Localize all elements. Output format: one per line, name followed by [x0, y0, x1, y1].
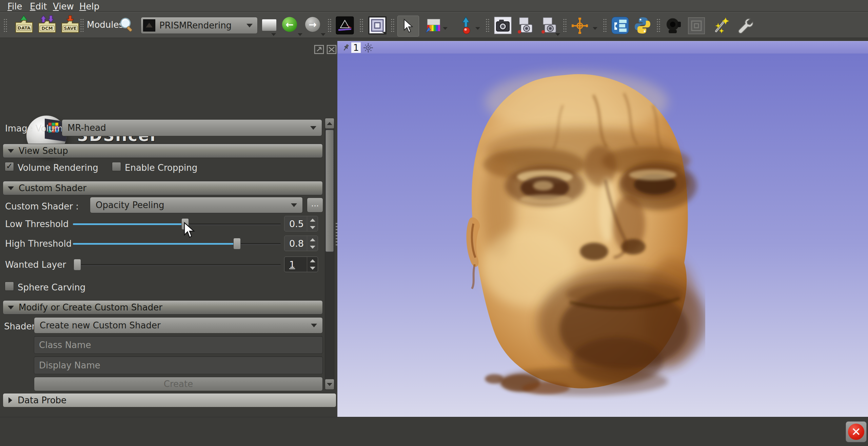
extensions-manager-button[interactable] [611, 16, 629, 35]
prism-module-button[interactable] [336, 16, 354, 35]
volume-rendering-colors-button[interactable] [425, 18, 441, 33]
low-threshold-spinbox[interactable]: 0.5 [284, 216, 318, 231]
low-threshold-slider[interactable] [73, 223, 281, 225]
toolbar-grip[interactable] [80, 18, 84, 33]
crosshair-icon [571, 17, 589, 35]
back-arrow-icon: ← [282, 17, 297, 32]
expand-triangle-icon [8, 397, 12, 403]
scrollbar-thumb[interactable] [326, 130, 334, 252]
panel-scrollbar[interactable] [325, 118, 334, 390]
toolbar-grip[interactable] [359, 18, 363, 33]
view-setup-header[interactable]: View Setup [3, 144, 323, 158]
wanted-layer-value[interactable]: 1 [284, 257, 307, 272]
slider-handle[interactable] [74, 259, 81, 270]
menu-view[interactable]: View [51, 1, 76, 12]
forward-dropdown-arrow[interactable] [321, 33, 326, 36]
shader-options-button[interactable]: ... [307, 198, 323, 212]
toolbar-grip[interactable] [656, 18, 660, 33]
scene-view-restore-button[interactable] [540, 16, 559, 35]
history-icon [262, 19, 277, 31]
panel-popout-icon[interactable] [314, 44, 325, 55]
python-console-button[interactable] [633, 16, 652, 35]
screenshot-icon [494, 16, 512, 35]
magic-wand-button[interactable] [711, 16, 730, 35]
volume-rendering-checkbox[interactable]: ✓ [5, 162, 14, 171]
markups-dropdown-arrow[interactable] [475, 27, 480, 30]
spin-down-button[interactable] [307, 224, 318, 231]
view-crosshair-icon[interactable] [363, 43, 373, 53]
panel-close-icon[interactable] [326, 44, 338, 55]
toolbar-grip[interactable] [3, 18, 7, 33]
forward-button[interactable]: → [305, 17, 320, 32]
back-dropdown-arrow[interactable] [298, 33, 302, 36]
load-data-icon: DATA [14, 15, 35, 36]
module-history-button[interactable] [262, 19, 277, 31]
create-button[interactable]: Create [34, 377, 323, 391]
class-name-input[interactable] [34, 336, 323, 354]
layout-selector-button[interactable] [368, 16, 387, 35]
image-volume-value: MR-head [67, 123, 310, 133]
scene-view-dropdown-arrow[interactable] [555, 33, 560, 36]
scene-view-button[interactable] [516, 16, 535, 35]
shader-selector[interactable]: Create new Custom Shader [34, 317, 323, 333]
spin-up-button[interactable] [307, 236, 318, 243]
custom-shader-header[interactable]: Custom Shader [3, 181, 323, 195]
scrollbar-up-arrow[interactable] [325, 118, 334, 128]
scrollbar-down-arrow[interactable] [325, 379, 334, 389]
menu-file[interactable]: File [5, 1, 24, 12]
view-label: 1 [351, 42, 361, 53]
sphere-carving-checkbox[interactable]: ✓ [5, 282, 14, 291]
enable-cropping-checkbox[interactable]: ✓ [112, 162, 121, 171]
toolbar-grip[interactable] [563, 18, 567, 33]
high-threshold-slider[interactable] [73, 243, 281, 245]
display-name-input[interactable] [34, 357, 323, 374]
modules-selected-value: PRISMRendering [159, 20, 246, 31]
high-threshold-spinbox[interactable]: 0.8 [284, 236, 318, 251]
low-threshold-value[interactable]: 0.5 [284, 216, 307, 231]
wanted-layer-slider[interactable] [75, 264, 281, 266]
slider-handle[interactable] [233, 238, 241, 249]
toolbar-grip[interactable] [328, 18, 332, 33]
colors-dropdown-arrow[interactable] [443, 27, 448, 30]
spin-down-button[interactable] [307, 243, 318, 251]
custom-shader-title: Custom Shader [19, 183, 86, 193]
settings-wrench-button[interactable] [735, 16, 753, 35]
load-data-button[interactable]: DATA [14, 15, 35, 36]
volume-render-canvas[interactable] [337, 54, 868, 417]
toolbar-grip[interactable] [486, 18, 490, 33]
chevron-down-icon [311, 324, 317, 327]
slider-fill [73, 243, 237, 245]
capture-button[interactable] [664, 16, 683, 35]
error-log-button[interactable]: ✕ [846, 421, 867, 442]
toolbar-grip[interactable] [391, 18, 395, 33]
markups-button[interactable] [458, 16, 473, 35]
custom-shader-selector[interactable]: Opacity Peeling [90, 197, 303, 213]
pin-icon[interactable] [341, 43, 350, 52]
spin-up-button[interactable] [307, 257, 318, 264]
collapse-triangle-icon [8, 186, 14, 190]
svg-text:DATA: DATA [18, 25, 31, 31]
high-threshold-value[interactable]: 0.8 [284, 236, 307, 251]
crosshair-dropdown-arrow[interactable] [593, 27, 597, 30]
menu-help[interactable]: Help [77, 1, 101, 12]
slider-handle[interactable] [181, 218, 189, 230]
modify-create-header[interactable]: Modify or Create Custom Shader [3, 300, 323, 315]
crosshair-button[interactable] [571, 17, 589, 35]
wanted-layer-spinbox[interactable]: 1 [284, 257, 318, 272]
low-threshold-label: Low Threshold [5, 219, 69, 229]
back-button[interactable]: ← [282, 17, 297, 32]
save-button[interactable]: SAVE [60, 15, 81, 36]
data-probe-header[interactable]: Data Probe [3, 393, 336, 407]
image-volume-selector[interactable]: MR-head [62, 119, 322, 136]
data-probe-title: Data Probe [18, 395, 66, 405]
spin-up-button[interactable] [307, 216, 318, 224]
mouse-interaction-button[interactable] [397, 16, 419, 37]
module-search-button[interactable] [118, 16, 136, 34]
spin-down-button[interactable] [307, 264, 318, 272]
menu-edit[interactable]: Edit [28, 1, 49, 12]
toolbar-grip[interactable] [603, 18, 607, 33]
modules-selector[interactable]: PRISMRendering [141, 17, 258, 34]
import-dicom-button[interactable]: DCM [37, 15, 58, 36]
history-dropdown-arrow[interactable] [271, 33, 276, 36]
screenshot-button[interactable] [494, 16, 512, 35]
